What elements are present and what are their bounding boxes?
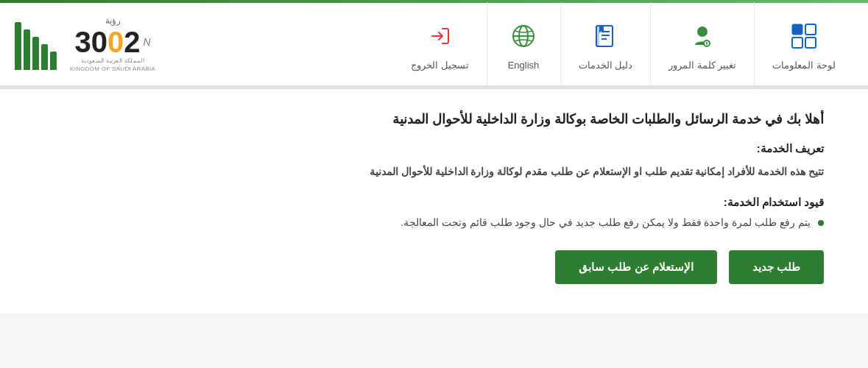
nav-item-logout[interactable]: تسجيل الخروج [393, 2, 487, 86]
vision-year: N 2 0 30 [75, 27, 151, 57]
vision-ar-text: رؤية [105, 15, 121, 26]
svg-rect-1 [805, 24, 816, 35]
new-request-button[interactable]: طلب جديد [729, 250, 824, 284]
english-label: English [508, 60, 540, 71]
kingdom-text: المملكة العربية السعوديةKINGDOM OF SAUDI… [70, 57, 155, 73]
change-password-icon [685, 18, 720, 54]
buttons-row: طلب جديد الإستعلام عن طلب سابق [44, 250, 824, 284]
svg-rect-0 [792, 24, 802, 35]
service-definition-text: تتيح هذه الخدمة للأفراد إمكانية تقديم طل… [44, 163, 824, 181]
dashboard-icon [786, 18, 822, 54]
main-content: أهلا بك في خدمة الرسائل والطلبات الخاصة … [0, 89, 868, 314]
svg-rect-2 [792, 38, 802, 48]
bullet-dot [818, 220, 824, 226]
logout-icon [422, 18, 457, 54]
nav-item-change-password[interactable]: تغيير كلمة المرور [650, 2, 754, 86]
svg-rect-8 [596, 26, 599, 46]
vision-logo: رؤية N 2 0 30 المملكة العربية السعوديةKI… [70, 15, 155, 73]
restriction-text-1: يتم رفع طلب لمرة واحدة فقط ولا يمكن رفع … [401, 216, 811, 228]
dashboard-label: لوحة المعلومات [772, 60, 836, 71]
svg-point-4 [697, 26, 708, 37]
logo-area: رؤية N 2 0 30 المملكة العربية السعوديةKI… [15, 15, 163, 73]
globe-icon [506, 18, 541, 54]
inquiry-button[interactable]: الإستعلام عن طلب سابق [555, 250, 717, 284]
nav-item-dashboard[interactable]: لوحة المعلومات [754, 2, 853, 86]
nav-items: لوحة المعلومات تغيير كلمة المرور [393, 2, 853, 86]
service-definition-label: تعريف الخدمة: [44, 142, 824, 155]
logout-label: تسجيل الخروج [411, 60, 469, 71]
bars-logo [15, 18, 57, 70]
welcome-title: أهلا بك في خدمة الرسائل والطلبات الخاصة … [44, 111, 824, 127]
svg-rect-3 [805, 38, 816, 48]
navbar: لوحة المعلومات تغيير كلمة المرور [0, 3, 868, 87]
nav-item-english[interactable]: English [487, 2, 560, 86]
usage-restrictions-label: قيود استخدام الخدمة: [44, 196, 824, 209]
change-password-label: تغيير كلمة المرور [668, 60, 736, 71]
services-guide-label: دليل الخدمات [579, 60, 633, 71]
nav-item-services-guide[interactable]: دليل الخدمات [560, 2, 651, 86]
services-guide-icon [588, 18, 623, 54]
bullet-item-1: يتم رفع طلب لمرة واحدة فقط ولا يمكن رفع … [44, 216, 824, 228]
restrictions-section: قيود استخدام الخدمة: يتم رفع طلب لمرة وا… [44, 196, 824, 228]
